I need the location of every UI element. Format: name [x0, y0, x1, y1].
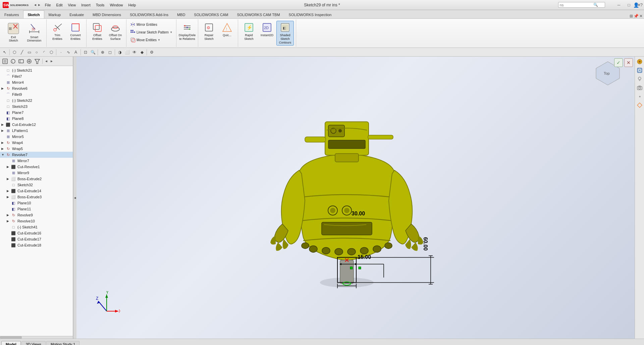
- tree-item-revolve7[interactable]: ▼ ↻ Revolve7: [0, 152, 73, 158]
- close-button[interactable]: ✕: [634, 0, 644, 10]
- rp-decals-btn[interactable]: ★: [636, 93, 643, 100]
- tool-point[interactable]: ·: [58, 49, 64, 56]
- ribbon-close-icon[interactable]: ✕: [639, 14, 643, 18]
- tree-item-lpattern1[interactable]: ▶ ⊞ LPattern1: [0, 128, 73, 134]
- rp-lights-btn[interactable]: [636, 75, 643, 83]
- tab-mbd-dim[interactable]: MBD Dimensions: [88, 10, 125, 18]
- tree-item-mirror9[interactable]: ⊞ Mirror9: [0, 170, 73, 176]
- tool-zoom-fit[interactable]: ⊡: [82, 49, 89, 56]
- tree-item-revolve6[interactable]: ▶ ↻ Revolve6: [0, 85, 73, 91]
- tree-item-fillet7[interactable]: ⌒ Fillet7: [0, 73, 73, 79]
- menu-tools[interactable]: Tools: [93, 2, 107, 8]
- tab-model[interactable]: Model: [1, 341, 21, 345]
- panel-collapse-handle[interactable]: ◄: [73, 57, 76, 339]
- menu-edit[interactable]: Edit: [54, 2, 65, 8]
- shaded-sketch-button[interactable]: ◧ Shaded Sketch Contours: [276, 21, 294, 46]
- tree-item-cut-rev1[interactable]: ▶ ⬛ Cut-Revolve1: [0, 164, 73, 170]
- tree-item-cut-ext18[interactable]: ⬛ Cut-Extrude18: [0, 242, 73, 248]
- tool-zoom-in[interactable]: 🔍: [90, 49, 96, 56]
- tab-motion-study[interactable]: Motion Study 1: [46, 341, 79, 345]
- tree-item-plane11[interactable]: ◧ Plane11: [0, 206, 73, 212]
- panel-btn-properties[interactable]: i: [9, 58, 17, 65]
- tree-item-mirror5[interactable]: ⊞ Mirror5: [0, 134, 73, 140]
- tool-spline[interactable]: ∿: [65, 49, 72, 56]
- rp-cameras-btn[interactable]: [636, 84, 643, 91]
- offset-entities-button[interactable]: Offset Entities: [89, 21, 106, 42]
- menu-insert[interactable]: Insert: [78, 2, 93, 8]
- tree-item-cut-ext17[interactable]: ⬛ Cut-Extrude17: [0, 236, 73, 242]
- tree-item-plane8[interactable]: ◧ Plane8: [0, 116, 73, 122]
- quick-button[interactable]: ! Quic...: [218, 21, 236, 42]
- tree-item-cut-ext16[interactable]: ⬛ Cut-Extrude16: [0, 230, 73, 236]
- tab-sw-inspection[interactable]: SOLIDWORKS Inspection: [284, 10, 336, 18]
- panel-btn-featuretree[interactable]: [1, 58, 9, 65]
- tab-sw-cam[interactable]: SOLIDWORKS CAM: [190, 10, 232, 18]
- menu-view[interactable]: View: [65, 2, 79, 8]
- tree-item-sketch32[interactable]: □ Sketch32: [0, 182, 73, 188]
- rp-appearance-btn[interactable]: [636, 58, 643, 65]
- tab-features[interactable]: Features: [0, 10, 23, 18]
- convert-entities-button[interactable]: Convert Entities: [67, 21, 84, 42]
- tree-item-plane7[interactable]: ◧ Plane7: [0, 110, 73, 116]
- tab-markup[interactable]: Markup: [44, 10, 65, 18]
- nav-forward[interactable]: ►: [38, 3, 41, 7]
- tree-item-revolve9[interactable]: ▶ ↻ Revolve9: [0, 212, 73, 218]
- tool-settings[interactable]: ⚙: [148, 49, 155, 56]
- tool-view-orient[interactable]: ◻: [107, 49, 113, 56]
- tree-item-sketch23[interactable]: □ Sketch23: [0, 104, 73, 110]
- tab-mbd[interactable]: MBD: [173, 10, 190, 18]
- panel-arrow-left[interactable]: ◄: [44, 59, 49, 63]
- search-box[interactable]: 🔍: [558, 2, 605, 8]
- tool-render[interactable]: ◆: [139, 49, 145, 56]
- tree-item-fillet9[interactable]: ⌒ Fillet9: [0, 91, 73, 97]
- menu-help[interactable]: Help: [126, 2, 139, 8]
- panel-btn-filter[interactable]: [34, 58, 41, 65]
- tab-sw-addins[interactable]: SOLIDWORKS Add-Ins: [125, 10, 173, 18]
- tree-item-boss-ext2[interactable]: ▶ ⬜ Boss-Extrude2: [0, 176, 73, 182]
- tool-rect[interactable]: ▭: [26, 49, 33, 56]
- tool-polygon[interactable]: ⬡: [48, 49, 55, 56]
- offset-on-surface-button[interactable]: Offset On Surface: [107, 21, 124, 42]
- restore-button[interactable]: □: [624, 0, 634, 10]
- tab-evaluate[interactable]: Evaluate: [65, 10, 88, 18]
- search-input[interactable]: [560, 3, 593, 7]
- menu-file[interactable]: File: [42, 2, 54, 8]
- minimize-button[interactable]: ─: [614, 0, 624, 10]
- tree-item-mirror4[interactable]: ⊞ Mirror4: [0, 79, 73, 85]
- tab-sketch[interactable]: Sketch: [23, 10, 44, 18]
- sketch-accept-btn[interactable]: ✓: [614, 58, 623, 67]
- menu-window[interactable]: Window: [107, 2, 125, 8]
- tab-sw-cam-tbm[interactable]: SOLIDWORKS CAM TBM: [232, 10, 284, 18]
- mirror-entities-button[interactable]: Mirror Entities: [128, 21, 174, 28]
- repair-sketch-button[interactable]: ⚙ Repair Sketch: [200, 21, 218, 42]
- smart-dimension-button[interactable]: 30 SmartDimension: [24, 21, 44, 44]
- tree-item-wrap5[interactable]: ▶ ↻ Wrap5: [0, 146, 73, 152]
- tree-item-plane10[interactable]: ◧ Plane10: [0, 200, 73, 206]
- tool-select[interactable]: ⬡: [11, 49, 18, 56]
- instant2d-button[interactable]: 2D Instant2D: [258, 21, 276, 42]
- tree-item-wrap4[interactable]: ▶ ↻ Wrap4: [0, 140, 73, 146]
- rp-scene-btn[interactable]: [636, 67, 643, 74]
- 3d-viewport[interactable]: 30.00 15.00 60.00 Z Y X: [76, 57, 635, 339]
- exit-sketch-button[interactable]: ⊠ ExitSketch: [3, 21, 23, 44]
- tool-text[interactable]: A: [72, 49, 79, 56]
- tree-item-mirror7[interactable]: ⊞ Mirror7: [0, 158, 73, 164]
- tree-item-sketch22[interactable]: □ (-) Sketch22: [0, 97, 73, 104]
- sketch-cancel-btn[interactable]: ✕: [624, 58, 633, 67]
- panel-btn-plus[interactable]: [25, 58, 33, 65]
- linear-sketch-button[interactable]: Linear Sketch Pattern ▼: [128, 28, 174, 36]
- tree-item-cut-ext12[interactable]: ▶ ⬛ Cut-Extrude12: [0, 122, 73, 128]
- tab-3d-views[interactable]: 3D Views: [21, 341, 46, 345]
- tree-item-cut-ext14[interactable]: ▶ ⬛ Cut-Extrude14: [0, 188, 73, 194]
- tree-item-boss-ext3[interactable]: ▶ ⬜ Boss-Extrude3: [0, 194, 73, 200]
- tool-line[interactable]: ╱: [18, 49, 25, 56]
- tool-normal-to[interactable]: ⊕: [99, 49, 106, 56]
- move-entities-button[interactable]: Move Entities ▼: [128, 36, 174, 44]
- linear-sketch-dropdown[interactable]: ▼: [170, 31, 172, 34]
- ribbon-pin-icon[interactable]: 📌: [634, 14, 639, 18]
- panel-arrow-right[interactable]: ►: [49, 59, 54, 63]
- tool-arc[interactable]: ◜: [41, 49, 47, 56]
- tree-item-revolve10[interactable]: ▶ ↻ Revolve10: [0, 218, 73, 224]
- tool-hide-show[interactable]: 👁: [131, 49, 138, 56]
- nav-back[interactable]: ◄: [34, 3, 37, 7]
